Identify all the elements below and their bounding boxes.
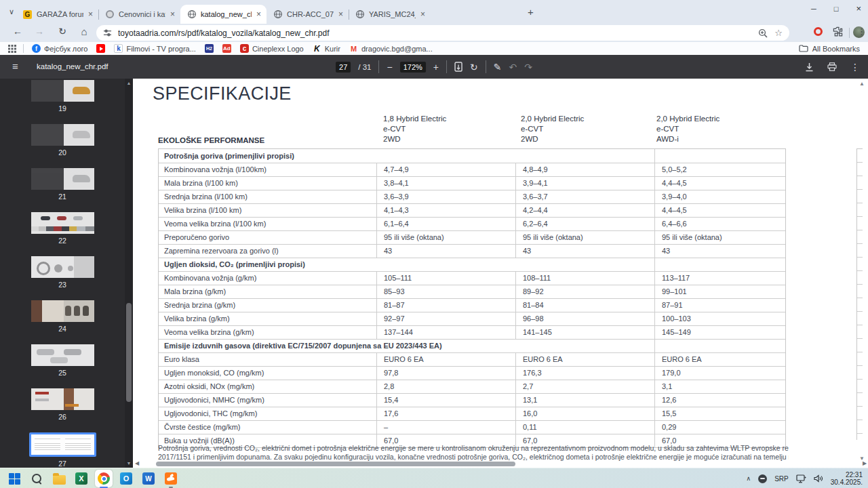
horizontal-scroll-left-arrow-icon[interactable]: ◀ [135,460,139,466]
page-thumbnail[interactable] [31,80,94,102]
site-settings-icon[interactable] [103,28,112,37]
tab-close-icon[interactable]: × [167,9,178,20]
url-text[interactable]: toyotaadria.com/rs/pdf/katalog_vozila/ka… [118,28,751,38]
bookmark-item[interactable]: fФејсбук лого [32,44,87,53]
row-label: Mala brzina (g/km) [159,285,376,298]
all-bookmarks-button[interactable]: All Bookmarks [799,45,860,53]
file-explorer-icon [53,475,66,485]
red-o-extension-icon[interactable] [814,27,823,36]
tab-search-chevron-icon[interactable]: ∨ [6,7,17,18]
bookmark-item[interactable]: kFilmovi - TV progra... [114,44,196,53]
redo-button[interactable]: ↷ [524,62,532,72]
fit-page-button[interactable] [454,62,462,72]
browser-tab[interactable]: Cenovnici i katalozi Toyota voz× [98,5,180,24]
scroll-up-arrow-icon[interactable]: ▲ [125,81,132,85]
bookmark-item[interactable]: KKurir [313,44,340,53]
row-value: 3,1 [654,380,785,393]
table-row: Čvrste čestice (mg/km)–0,110,29 [159,420,785,434]
page-thumbnail[interactable] [31,124,94,146]
tab-close-icon[interactable]: × [336,9,346,20]
zoom-out-button[interactable]: − [387,62,392,72]
zoom-level-icon[interactable] [758,28,768,38]
row-value: 6,1–6,4 [376,218,515,230]
pdf-menu-icon[interactable]: ≡ [12,60,18,72]
page-thumbnail[interactable] [31,212,94,234]
tab-title: YARIS_MC24_katalog_29.11.pdf [369,10,416,18]
tab-close-icon[interactable]: × [85,9,96,20]
annotate-pen-button[interactable]: ✎ [494,62,502,72]
download-button[interactable] [805,62,814,72]
orange-bird-app-taskbar-button[interactable] [162,470,180,487]
start-taskbar-button[interactable] [5,470,23,487]
maximize-button[interactable]: □ [834,5,839,13]
print-button[interactable] [827,62,837,71]
bookmark-item[interactable] [96,44,105,53]
page-number-label: 23 [58,281,66,289]
browser-toolbar: ← → ↻ ⌂ toyotaadria.com/rs/pdf/katalog_v… [0,24,868,42]
table-row: Azotni oksidi, NOx (mg/km)2,82,73,1 [159,380,785,393]
zoom-in-button[interactable]: + [433,62,439,72]
home-button[interactable]: ⌂ [77,26,91,37]
row-value: 145–149 [654,326,785,339]
close-button[interactable]: × [856,3,861,14]
horizontal-scroll-right-arrow-icon[interactable]: ▶ [863,460,867,466]
zoom-level-input[interactable]: 172% [400,62,426,73]
page-thumbnail[interactable] [31,388,94,410]
browser-tab[interactable]: GGARAŽA forum - Odgovori× [16,5,98,24]
horizontal-scrollbar-thumb[interactable] [156,462,515,466]
tray-chevron-up-icon[interactable]: ∧ [747,475,751,482]
page-thumbnail[interactable] [31,168,94,190]
row-value: 81–87 [376,299,515,312]
row-value: 85–93 [376,285,515,298]
excel-taskbar-button[interactable]: X [73,470,90,487]
undo-button[interactable]: ↶ [509,62,517,72]
back-button[interactable]: ← [11,26,24,37]
search-taskbar-button[interactable] [28,470,45,487]
row-value: 137–144 [376,326,515,339]
bookmark-item[interactable]: cCineplexx Logo [240,44,304,53]
address-bar[interactable]: toyotaadria.com/rs/pdf/katalog_vozila/ka… [96,25,789,41]
row-label: Čvrste čestice (mg/km) [159,421,376,434]
minimize-button[interactable]: ─ [811,5,816,13]
do-not-disturb-icon[interactable] [758,474,767,483]
chrome-taskbar-button[interactable] [95,470,113,487]
network-icon[interactable] [796,474,806,483]
page-thumbnail[interactable] [29,432,96,457]
forward-button[interactable]: → [33,26,46,37]
word-taskbar-button[interactable]: W [140,470,157,487]
file-explorer-taskbar-button[interactable] [50,470,68,487]
row-value: 4,4–4,5 [654,177,785,190]
sidebar-scrollbar-thumb[interactable] [126,303,132,402]
browser-tab[interactable]: YARIS_MC24_katalog_29.11.pdf× [349,5,431,24]
bookmark-item[interactable]: Ad [222,44,231,53]
browser-tab[interactable]: CHR-ACC_07.02.pdf× [267,5,349,24]
new-tab-button[interactable]: + [528,6,534,18]
volume-icon[interactable] [814,474,823,483]
page-thumbnail[interactable] [31,344,94,366]
bookmark-item[interactable]: Mdragovic.bgd@gma... [349,44,433,53]
column-header: 2,0 Hybrid Electrice-CVTAWD-i [656,114,719,144]
sidebar-scrollbar[interactable]: ▲ ▼ [125,79,133,468]
vertical-scroll-up-arrow-icon[interactable]: ▲ [859,81,865,87]
browser-tab[interactable]: katalog_new_chr.pdf× [180,5,267,24]
tab-close-icon[interactable]: × [254,9,264,20]
extensions-puzzle-icon[interactable] [833,26,843,37]
scroll-down-arrow-icon[interactable]: ▼ [125,461,132,466]
bookmark-star-icon[interactable]: ☆ [774,28,783,37]
page-thumbnail[interactable] [31,300,94,322]
language-indicator[interactable]: SRP [774,475,789,483]
outlook-taskbar-button[interactable]: O [117,470,135,487]
tab-close-icon[interactable]: × [418,9,428,20]
pdf-more-kebab-icon[interactable]: ⋮ [850,62,860,72]
apps-grid-icon[interactable] [8,45,16,53]
page-number-label: 20 [58,148,66,157]
page-number-input[interactable]: 27 [336,62,351,73]
row-value: 13,1 [515,394,654,407]
browser-menu-kebab-icon[interactable]: ⋮ [857,26,866,37]
site-favicon [104,9,115,20]
reload-button[interactable]: ↻ [56,26,69,37]
bookmark-item[interactable]: H2 [205,44,214,53]
clock[interactable]: 22:31 30.4.2025. [831,471,863,486]
page-thumbnail[interactable] [31,256,94,278]
rotate-button[interactable]: ↻ [470,62,478,72]
